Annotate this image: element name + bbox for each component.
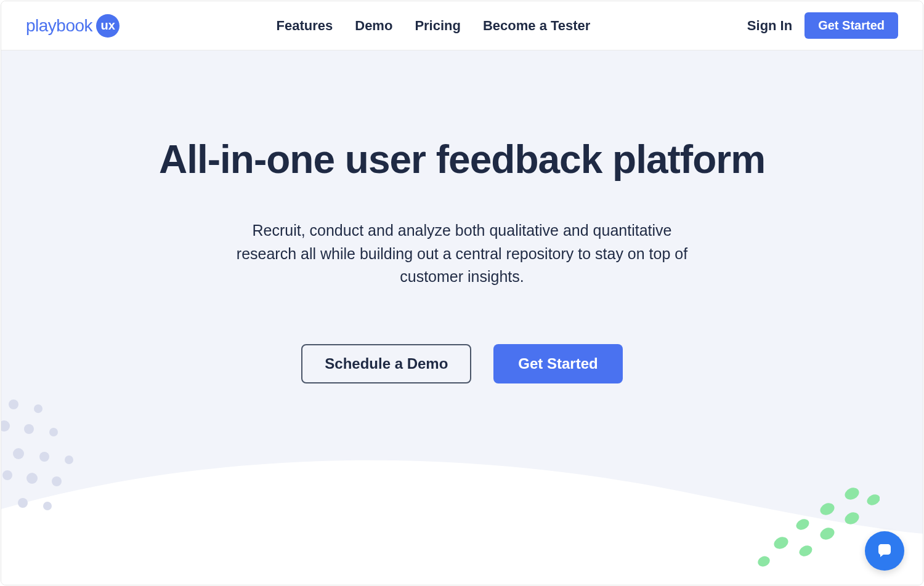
svg-point-10 [52,476,62,486]
main-nav: Features Demo Pricing Become a Tester [277,18,591,34]
hero-actions: Schedule a Demo Get Started [1,344,923,383]
nav-pricing[interactable]: Pricing [415,18,461,34]
chat-icon [875,541,894,561]
hero-subtitle: Recruit, conduct and analyze both qualit… [234,219,690,289]
svg-point-6 [39,452,49,462]
get-started-hero-button[interactable]: Get Started [493,344,622,383]
chat-widget-button[interactable] [865,531,904,571]
logo-badge: ux [96,14,120,38]
hero-title: All-in-one user feedback platform [1,137,923,182]
get-started-header-button[interactable]: Get Started [804,12,898,39]
nav-features[interactable]: Features [277,18,333,34]
header: playbook ux Features Demo Pricing Become… [1,1,923,50]
nav-demo[interactable]: Demo [355,18,392,34]
logo-text: playbook [26,16,92,36]
svg-point-7 [65,456,73,464]
svg-point-16 [843,510,861,526]
svg-point-17 [795,517,811,532]
svg-point-21 [756,555,771,569]
svg-point-19 [772,535,790,551]
svg-point-5 [13,448,24,459]
svg-point-2 [1,420,10,431]
svg-point-20 [798,544,814,558]
signin-link[interactable]: Sign In [747,18,792,34]
svg-point-0 [9,399,18,409]
svg-point-18 [818,526,836,542]
hero-content: All-in-one user feedback platform Recrui… [1,50,923,383]
svg-point-4 [49,428,58,436]
hero-section: All-in-one user feedback platform Recrui… [1,50,923,585]
schedule-demo-button[interactable]: Schedule a Demo [301,344,471,383]
svg-point-1 [34,404,43,413]
decorative-dots-right [756,484,880,571]
svg-point-8 [2,470,12,480]
svg-point-11 [18,498,28,508]
logo[interactable]: playbook ux [26,14,120,38]
svg-point-12 [43,502,52,510]
svg-point-14 [865,492,880,507]
svg-point-9 [26,473,38,484]
svg-point-3 [24,424,34,434]
decorative-dots-left [1,395,81,518]
svg-point-13 [843,486,861,502]
header-right: Sign In Get Started [747,12,898,39]
svg-point-15 [818,501,836,517]
nav-become-tester[interactable]: Become a Tester [483,18,590,34]
